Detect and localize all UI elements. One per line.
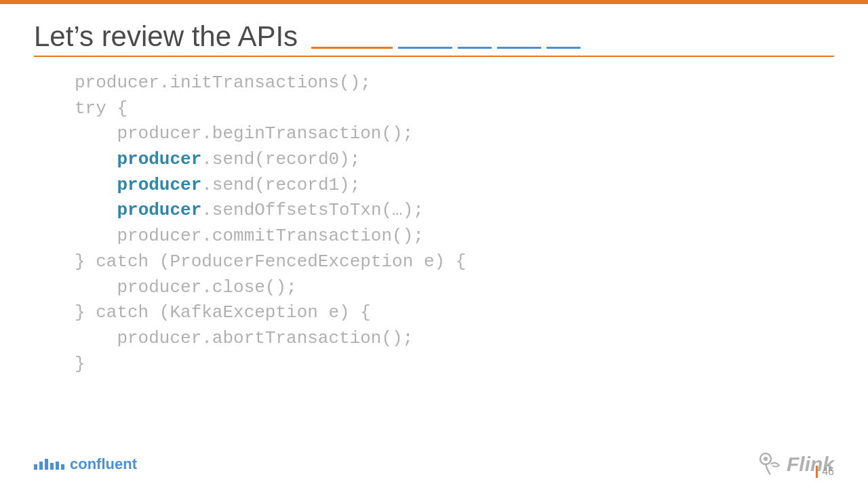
bar3 xyxy=(45,459,48,470)
bar6 xyxy=(61,464,64,470)
code-line-7: producer.commitTransaction(); xyxy=(75,224,834,249)
bar2 xyxy=(39,462,43,470)
bar4 xyxy=(50,463,54,470)
code-block: producer.initTransactions(); try { produ… xyxy=(34,70,834,377)
code-line-10: } catch (KafkaException e) { xyxy=(75,300,834,326)
bar1 xyxy=(34,464,37,470)
code-keyword-5: producer xyxy=(117,175,201,195)
code-line-6: producer.sendOffsetsToTxn(…); xyxy=(75,198,834,224)
code-rest-4: .send(record0); xyxy=(201,149,360,169)
code-line-4: producer.send(record0); xyxy=(75,147,834,173)
code-line-9: producer.close(); xyxy=(75,275,834,301)
flink-icon xyxy=(755,451,783,478)
code-line-3: producer.beginTransaction(); xyxy=(75,121,834,147)
code-keyword-6: producer xyxy=(117,200,201,220)
confluent-logo: confluent xyxy=(34,455,137,473)
slide-title: Let’s review the APIs xyxy=(34,20,298,53)
code-line-5: producer.send(record1); xyxy=(75,173,834,199)
slide-number-area: 46 xyxy=(816,466,834,478)
footer: confluent Flink xyxy=(0,451,868,478)
code-line-2: try { xyxy=(75,96,834,122)
code-keyword-4: producer xyxy=(117,149,201,169)
slide: Let’s review the APIs producer.initTrans… xyxy=(0,0,868,488)
dash-blue-short1 xyxy=(458,47,492,49)
title-rule xyxy=(34,56,834,57)
slide-number: 46 xyxy=(822,466,834,478)
slide-number-bar xyxy=(816,466,818,478)
code-line-12: } xyxy=(75,352,834,378)
dash-blue-short2 xyxy=(547,47,580,49)
code-line-11: producer.abortTransaction(); xyxy=(75,326,834,352)
title-area: Let’s review the APIs xyxy=(34,20,834,53)
top-decorative-line xyxy=(0,0,868,4)
dash-blue-medium xyxy=(497,47,541,49)
code-rest-6: .sendOffsetsToTxn(…); xyxy=(201,200,424,220)
confluent-bars-icon xyxy=(34,459,64,470)
svg-point-1 xyxy=(764,457,768,461)
bar5 xyxy=(56,462,59,470)
dash-blue-long xyxy=(398,47,452,49)
code-rest-5: .send(record1); xyxy=(201,175,360,195)
dash-orange xyxy=(311,47,393,49)
code-line-1: producer.initTransactions(); xyxy=(75,70,834,96)
title-dashes xyxy=(311,47,834,53)
code-line-8: } catch (ProducerFencedException e) { xyxy=(75,249,834,275)
confluent-label: confluent xyxy=(70,455,137,473)
